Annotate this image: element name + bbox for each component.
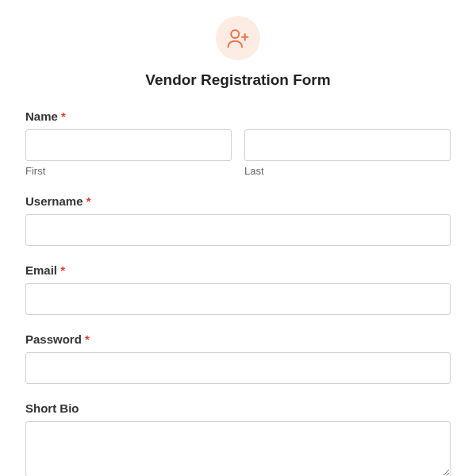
last-name-input[interactable]: [244, 129, 451, 161]
username-label: Username *: [25, 194, 451, 208]
email-label-text: Email: [25, 263, 57, 277]
name-field: Name * First Last: [25, 109, 451, 177]
username-label-text: Username: [25, 194, 83, 208]
bio-label: Short Bio: [25, 401, 451, 415]
add-user-icon: [216, 16, 260, 60]
email-label: Email *: [25, 263, 451, 277]
last-name-sublabel: Last: [244, 165, 451, 177]
required-mark: *: [61, 109, 66, 123]
password-label: Password *: [25, 332, 451, 346]
first-name-sublabel: First: [25, 165, 232, 177]
required-mark: *: [85, 332, 90, 346]
bio-textarea[interactable]: [25, 421, 451, 476]
password-label-text: Password: [25, 332, 82, 346]
email-input[interactable]: [25, 283, 451, 315]
name-label: Name *: [25, 109, 451, 123]
name-label-text: Name: [25, 109, 58, 123]
first-name-input[interactable]: [25, 129, 232, 161]
password-field: Password *: [25, 332, 451, 384]
required-mark: *: [86, 194, 91, 208]
svg-point-0: [231, 30, 239, 38]
email-field: Email *: [25, 263, 451, 315]
password-input[interactable]: [25, 352, 451, 384]
username-field: Username *: [25, 194, 451, 246]
username-input[interactable]: [25, 214, 451, 246]
required-mark: *: [60, 263, 65, 277]
page-title: Vendor Registration Form: [25, 71, 451, 89]
header-icon-wrap: [25, 16, 451, 60]
bio-field: Short Bio Share a little information abo…: [25, 401, 451, 476]
